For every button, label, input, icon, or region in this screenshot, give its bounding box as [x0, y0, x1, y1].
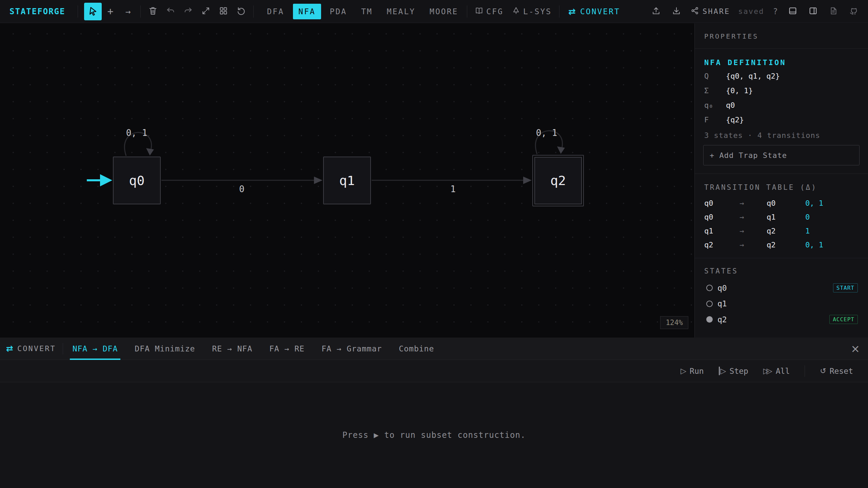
state-circle-icon[interactable] [706, 301, 713, 307]
zoom-level-badge[interactable]: 124% [660, 316, 688, 329]
play-icon: ▷ [680, 367, 686, 375]
share-button[interactable]: SHARE [688, 6, 733, 17]
save-status: saved [735, 7, 767, 16]
state-list-label: q1 [717, 299, 727, 308]
tab-re-to-nfa[interactable]: RE → NFA [204, 338, 260, 360]
tab-fa-to-re[interactable]: FA → RE [262, 338, 312, 360]
edge-label-q1-q2: 1 [450, 184, 456, 194]
undo-button[interactable] [162, 3, 179, 20]
edge-q0-q1[interactable] [161, 177, 322, 184]
download-icon [672, 6, 681, 17]
tab-dfa-minimize[interactable]: DFA Minimize [127, 338, 202, 360]
select-tool-button[interactable] [84, 3, 102, 20]
mode-tab-cfg[interactable]: CFG [471, 3, 508, 20]
state-node-q1[interactable]: q1 [323, 157, 371, 204]
tab-combine[interactable]: Combine [391, 338, 441, 360]
toolbar-divider [467, 5, 467, 18]
convert-panel-title: CONVERT [17, 344, 56, 353]
step-button[interactable]: ▷ Step [719, 367, 748, 375]
automaton-canvas[interactable]: q0 q1 q2 0, 1 0, 1 0 1 124% [0, 23, 694, 338]
runner-divider [805, 365, 805, 377]
state-list-item[interactable]: q1 [695, 296, 868, 311]
definition-row: q₀ q0 [695, 98, 868, 113]
expand-icon [201, 6, 211, 17]
close-panel-button[interactable]: × [851, 343, 860, 354]
runner-toolbar: ▷ Run ▷ Step ▷▷ All ↺ Reset [0, 360, 868, 382]
edge-label-q2-self: 0, 1 [536, 128, 557, 138]
import-button[interactable] [668, 3, 685, 20]
state-node-q0[interactable]: q0 [113, 157, 161, 204]
accept-badge: ACCEPT [829, 315, 858, 324]
edge-label-q0-q1: 0 [239, 184, 244, 194]
definition-value: {0, 1} [726, 86, 753, 95]
convert-button-label: CONVERT [580, 7, 620, 16]
state-node-q2[interactable]: q2 [532, 155, 584, 206]
tab-nfa-to-dfa[interactable]: NFA → DFA [65, 338, 125, 360]
swap-arrows-icon: ⇄ [568, 6, 577, 17]
reset-button-label: Reset [830, 367, 853, 375]
layout-grid-button[interactable] [215, 3, 232, 20]
github-button[interactable] [845, 3, 863, 20]
definition-key: Q [704, 72, 726, 80]
accept-state-inner-ring: q2 [534, 157, 582, 204]
delete-button[interactable] [144, 3, 162, 20]
definition-key: q₀ [704, 101, 726, 109]
toggle-right-panel-button[interactable] [804, 3, 822, 20]
toggle-bottom-panel-button[interactable] [784, 3, 802, 20]
grid-icon [219, 6, 228, 17]
toolbar-divider [140, 5, 141, 18]
state-list-item[interactable]: q2 ACCEPT [695, 311, 868, 327]
mode-tab-mealy[interactable]: MEALY [381, 4, 421, 19]
state-list-item[interactable]: q0 START [695, 280, 868, 296]
edge-q1-q2[interactable] [372, 177, 532, 184]
tabbar-divider [63, 343, 63, 354]
github-icon [849, 6, 859, 17]
transition-from: q2 [704, 241, 739, 249]
add-transition-button[interactable]: → [119, 3, 137, 20]
mode-tab-pda[interactable]: PDA [324, 4, 353, 19]
add-trap-state-button[interactable]: + Add Trap State [703, 145, 860, 165]
run-all-button[interactable]: ▷▷ All [763, 367, 790, 375]
transition-symbols: 0, 1 [805, 241, 823, 249]
reset-button[interactable]: ↺ Reset [820, 367, 853, 375]
swap-arrows-icon: ⇄ [6, 344, 13, 353]
toolbar-divider [253, 5, 254, 18]
tree-icon [512, 6, 520, 17]
mode-tab-moore[interactable]: MOORE [424, 4, 463, 19]
docs-button[interactable] [825, 3, 842, 20]
state-list-label: q0 [717, 284, 727, 292]
mode-tab-dfa[interactable]: DFA [262, 4, 290, 19]
panel-bottom-icon [788, 6, 797, 17]
panel-title: PROPERTIES [695, 23, 868, 48]
mode-tab-lsys[interactable]: L-SYS [508, 3, 556, 20]
top-toolbar: STATEFORGE + → D [0, 0, 868, 23]
transition-row: q0 → q0 0, 1 [695, 196, 868, 210]
convert-panel: ⇄ CONVERT NFA → DFA DFA Minimize RE → NF… [0, 338, 868, 488]
help-button[interactable]: ? [770, 7, 781, 16]
reset-view-button[interactable] [232, 3, 250, 20]
state-circle-filled-icon[interactable] [706, 316, 713, 323]
toolbar-divider [559, 5, 559, 18]
redo-button[interactable] [179, 3, 197, 20]
transition-to: q2 [767, 227, 805, 235]
mode-tab-nfa[interactable]: NFA [293, 4, 321, 19]
convert-tab-bar: ⇄ CONVERT NFA → DFA DFA Minimize RE → NF… [0, 338, 868, 360]
transition-symbols: 1 [805, 227, 810, 235]
convert-button[interactable]: ⇄ CONVERT [568, 6, 620, 17]
definition-value: q0 [726, 101, 735, 109]
definition-row: Q {q0, q1, q2} [695, 69, 868, 83]
conversion-output-area: Press ▶ to run subset construction. [0, 382, 868, 488]
transition-row: q0 → q1 0 [695, 210, 868, 224]
properties-panel: PROPERTIES NFA DEFINITION Q {q0, q1, q2}… [694, 23, 868, 338]
run-button[interactable]: ▷ Run [680, 367, 704, 375]
tab-fa-to-grammar[interactable]: FA → Grammar [314, 338, 389, 360]
state-circle-icon[interactable] [706, 285, 713, 291]
add-state-button[interactable]: + [102, 3, 119, 20]
fit-view-button[interactable] [197, 3, 215, 20]
state-label: q1 [339, 173, 355, 188]
transition-from: q1 [704, 227, 739, 235]
transition-symbols: 0, 1 [805, 199, 823, 207]
mode-tab-tm[interactable]: TM [356, 4, 378, 19]
export-button[interactable] [647, 3, 665, 20]
transition-to: q2 [767, 241, 805, 249]
